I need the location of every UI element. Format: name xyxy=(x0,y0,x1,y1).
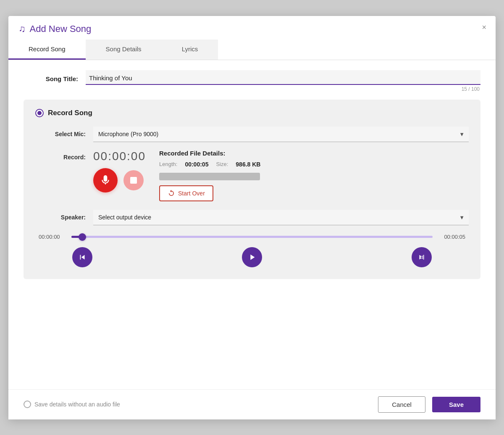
mic-record-button[interactable] xyxy=(93,168,118,192)
start-over-icon xyxy=(168,190,175,197)
record-row: Record: 00:00:00 xyxy=(35,150,469,201)
file-progress-bar xyxy=(159,173,260,180)
slider-track xyxy=(71,236,433,238)
stop-record-button[interactable] xyxy=(123,170,144,190)
select-mic-row: Select Mic: Microphone (Pro 9000) Defaul… xyxy=(35,127,469,142)
song-title-input-wrap: 15 / 100 xyxy=(86,70,480,92)
microphone-icon xyxy=(100,175,111,186)
record-panel: Record Song Select Mic: Microphone (Pro … xyxy=(24,100,480,279)
song-title-label: Song Title: xyxy=(24,70,78,82)
tab-song-details[interactable]: Song Details xyxy=(86,40,162,60)
save-button[interactable]: Save xyxy=(432,397,480,412)
length-label: Length: xyxy=(159,161,177,167)
rewind-button[interactable] xyxy=(72,247,92,267)
record-content-row: 00:00:00 xyxy=(93,150,260,201)
char-count: 15 / 100 xyxy=(86,86,480,92)
dialog-header: ♫ Add New Song × xyxy=(8,16,496,40)
play-button[interactable] xyxy=(242,247,262,267)
length-value: 00:00:05 xyxy=(185,161,208,168)
song-title-input[interactable] xyxy=(86,70,480,85)
speaker-row: Speaker: Select output device Default Sp… xyxy=(35,210,469,225)
select-mic-dropdown[interactable]: Microphone (Pro 9000) Default Microphone… xyxy=(93,127,469,142)
size-label: Size: xyxy=(216,161,228,167)
radio-dot-inner xyxy=(37,111,42,115)
file-details: Recorded File Details: Length: 00:00:05 … xyxy=(159,150,260,201)
file-meta: Length: 00:00:05 Size: 986.8 KB xyxy=(159,161,260,168)
record-panel-title: Record Song xyxy=(35,109,469,117)
music-icon: ♫ xyxy=(18,24,26,34)
playback-buttons xyxy=(39,247,465,267)
speaker-label: Speaker: xyxy=(35,214,86,221)
save-without-audio-label: Save details without an audio file xyxy=(34,401,120,408)
record-timer: 00:00:00 xyxy=(93,150,146,163)
tab-bar: Record Song Song Details Lyrics xyxy=(8,40,496,60)
playback-time-end: 00:00:05 xyxy=(438,234,465,240)
start-over-label: Start Over xyxy=(178,190,205,197)
record-song-radio[interactable] xyxy=(35,109,44,117)
playback-slider-wrap[interactable] xyxy=(71,233,433,241)
save-without-audio-row[interactable]: Save details without an audio file xyxy=(24,401,120,408)
stop-icon xyxy=(130,177,137,184)
song-title-row: Song Title: 15 / 100 xyxy=(24,70,480,92)
slider-thumb[interactable] xyxy=(79,233,86,241)
speaker-select-wrap: Select output device Default Speaker Hea… xyxy=(93,210,469,225)
dialog-body: Song Title: 15 / 100 Record Song Select … xyxy=(8,60,496,389)
fast-forward-icon xyxy=(417,253,426,262)
cancel-button[interactable]: Cancel xyxy=(378,396,425,413)
rewind-icon xyxy=(78,253,87,262)
fast-forward-button[interactable] xyxy=(412,247,432,267)
save-without-audio-radio[interactable] xyxy=(24,401,31,408)
play-icon xyxy=(247,253,257,262)
file-details-title: Recorded File Details: xyxy=(159,150,260,157)
dialog-title: Add New Song xyxy=(30,24,92,34)
select-mic-label: Select Mic: xyxy=(35,131,86,137)
start-over-button[interactable]: Start Over xyxy=(159,185,213,201)
tab-lyrics[interactable]: Lyrics xyxy=(162,40,218,60)
close-button[interactable]: × xyxy=(479,23,489,32)
record-controls: 00:00:00 xyxy=(93,150,146,192)
add-new-song-dialog: ♫ Add New Song × Record Song Song Detail… xyxy=(8,16,496,419)
playback-row: 00:00:00 00:00:05 xyxy=(35,233,469,267)
speaker-dropdown[interactable]: Select output device Default Speaker Hea… xyxy=(93,210,469,225)
select-mic-wrap: Microphone (Pro 9000) Default Microphone… xyxy=(93,127,469,142)
dialog-footer: Save details without an audio file Cance… xyxy=(8,389,496,419)
slider-row: 00:00:00 00:00:05 xyxy=(39,233,465,241)
record-buttons xyxy=(93,168,144,192)
record-label: Record: xyxy=(35,150,86,161)
playback-time-start: 00:00:00 xyxy=(39,234,66,240)
tab-record-song[interactable]: Record Song xyxy=(8,40,86,60)
record-panel-title-text: Record Song xyxy=(48,109,92,117)
size-value: 986.8 KB xyxy=(236,161,260,168)
